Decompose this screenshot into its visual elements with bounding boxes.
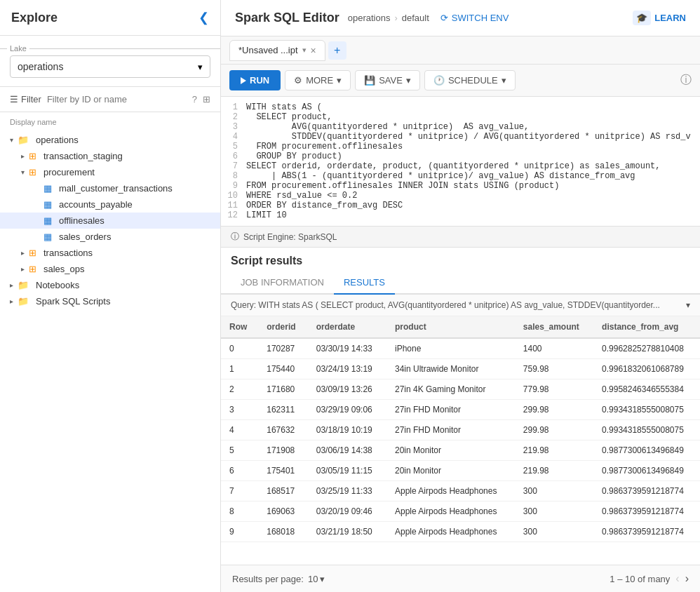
more-chevron-icon: ▾ xyxy=(337,75,342,86)
line-number: 3 xyxy=(221,122,246,132)
col-header-product: product xyxy=(386,316,515,338)
line-number: 7 xyxy=(221,161,246,171)
sidebar-item-transaction_staging[interactable]: ▸⊞transaction_staging xyxy=(0,148,220,164)
sql-editor[interactable]: 1WITH stats AS (2 SELECT product,3 AVG(q… xyxy=(221,97,700,227)
query-dropdown-icon[interactable]: ▾ xyxy=(686,300,690,310)
filter-input[interactable] xyxy=(47,94,187,105)
database-icon: ⊞ xyxy=(29,151,36,161)
lake-dropdown[interactable]: operations ▾ xyxy=(10,55,210,78)
next-page-button[interactable]: › xyxy=(685,572,689,585)
table-cell: 219.98 xyxy=(515,440,593,461)
tab-job-information[interactable]: JOB INFORMATION xyxy=(231,271,334,295)
table-cell: 171680 xyxy=(258,379,307,400)
table-cell: 779.98 xyxy=(515,379,593,400)
learn-button[interactable]: 🎓 LEARN xyxy=(633,11,686,25)
line-code: ORDER BY distance_from_avg DESC xyxy=(246,201,403,210)
sidebar-title: Explore xyxy=(11,11,58,25)
filter-bar: ☰ Filter ? ⊞ xyxy=(0,87,220,112)
close-tab-icon[interactable]: × xyxy=(311,45,316,56)
table-cell: 27in FHD Monitor xyxy=(386,420,515,440)
add-tab-button[interactable]: + xyxy=(328,41,346,60)
prev-page-button[interactable]: ‹ xyxy=(675,572,679,585)
clock-icon: 🕐 xyxy=(433,75,445,86)
table-cell: 167632 xyxy=(258,420,307,440)
line-code: WITH stats AS ( xyxy=(246,102,322,112)
editor-tab-unsaved[interactable]: *Unsaved ...ipt ▾ × xyxy=(229,40,325,61)
table-cell: 0.9863739591218774 xyxy=(593,522,700,542)
gear-icon: ⚙ xyxy=(294,75,302,86)
schedule-button[interactable]: 🕐 SCHEDULE ▾ xyxy=(424,70,516,90)
table-cell: 03/05/19 11:15 xyxy=(308,461,386,481)
table-cell: 03/30/19 14:33 xyxy=(308,338,386,359)
line-number: 10 xyxy=(221,191,246,201)
table-cell: 175440 xyxy=(258,359,307,379)
tree-item-label: offlinesales xyxy=(59,215,105,226)
sidebar-item-spark_sql_scripts[interactable]: ▸📁Spark SQL Scripts xyxy=(0,293,220,309)
table-cell: 20in Monitor xyxy=(386,440,515,461)
save-icon: 💾 xyxy=(364,75,375,86)
filter-label: ☰ Filter xyxy=(10,94,41,105)
lake-label: Lake xyxy=(10,44,210,53)
table-cell: 299.98 xyxy=(515,400,593,420)
expand-icon: ▸ xyxy=(21,152,25,160)
line-code: AVG(quantityordered * unitprice) AS avg_… xyxy=(246,122,529,132)
sidebar-item-notebooks[interactable]: ▸📁Notebooks xyxy=(0,277,220,293)
info-small-icon: ⓘ xyxy=(231,231,239,243)
tree-item-label: operations xyxy=(36,135,79,145)
play-icon xyxy=(241,77,246,84)
table-cell: 5 xyxy=(221,440,258,461)
sidebar-item-accounts_payable[interactable]: ▦accounts_payable xyxy=(0,196,220,213)
sidebar-item-operations[interactable]: ▾📁operations xyxy=(0,132,220,148)
sidebar-item-procurement[interactable]: ▾⊞procurement xyxy=(0,164,220,180)
run-button[interactable]: RUN xyxy=(229,70,281,90)
expand-icon: ▾ xyxy=(10,136,13,144)
code-line-11: 11ORDER BY distance_from_avg DESC xyxy=(221,201,700,210)
more-button[interactable]: ⚙ MORE ▾ xyxy=(285,70,351,90)
sidebar-item-sales_orders[interactable]: ▦sales_orders xyxy=(0,229,220,245)
lake-section: Lake operations ▾ xyxy=(0,36,220,87)
line-number: 1 xyxy=(221,102,246,112)
table-row: 716851703/25/19 11:33Apple Airpods Headp… xyxy=(221,481,700,502)
display-name-label: Display name xyxy=(0,112,220,129)
table-cell: 0 xyxy=(221,338,258,359)
sidebar-item-transactions[interactable]: ▸⊞transactions xyxy=(0,245,220,261)
results-footer: Results per page: 10 ▾ 1 – 10 of many ‹ … xyxy=(221,565,700,592)
line-number: 8 xyxy=(221,171,246,181)
line-number: 2 xyxy=(221,112,246,122)
line-code: FROM procurement.offlinesales xyxy=(246,142,403,152)
table-cell: 34in Ultrawide Monitor xyxy=(386,359,515,379)
code-line-10: 10WHERE rsd_value <= 0.2 xyxy=(221,191,700,201)
save-button[interactable]: 💾 SAVE ▾ xyxy=(355,70,420,90)
table-cell: 0.9863739591218774 xyxy=(593,481,700,502)
folder-icon: 📁 xyxy=(18,280,29,290)
sidebar-item-mall_customer_transactions[interactable]: ▦mall_customer_transactions xyxy=(0,180,220,196)
table-cell: 27in FHD Monitor xyxy=(386,400,515,420)
tabbar: *Unsaved ...ipt ▾ × + xyxy=(221,36,700,65)
results-area: Script results JOB INFORMATION RESULTS Q… xyxy=(221,248,700,592)
code-line-6: 6 GROUP BY product) xyxy=(221,152,700,161)
switch-env-button[interactable]: ⟳ SWITCH ENV xyxy=(440,13,509,23)
info-icon[interactable]: ⓘ xyxy=(680,73,692,88)
table-cell: 6 xyxy=(221,461,258,481)
line-code: LIMIT 10 xyxy=(246,210,287,220)
per-page-select[interactable]: 10 ▾ xyxy=(308,574,325,584)
table-row: 416763203/18/19 10:1927in FHD Monitor299… xyxy=(221,420,700,440)
tab-results[interactable]: RESULTS xyxy=(334,271,395,295)
collapse-button[interactable]: ❮ xyxy=(198,10,209,25)
code-line-2: 2 SELECT product, xyxy=(221,112,700,122)
code-line-9: 9FROM procurement.offlinesales INNER JOI… xyxy=(221,181,700,191)
expand-icon: ▸ xyxy=(21,249,25,257)
line-code: | ABS(1 - (quantityordered * unitprice)/… xyxy=(246,171,635,181)
table-cell: 0.9877300613496849 xyxy=(593,461,700,481)
table-cell: 299.98 xyxy=(515,420,593,440)
database-icon: ⊞ xyxy=(29,248,36,258)
sidebar-item-offlinesales[interactable]: ▦offlinesales xyxy=(0,213,220,229)
per-page-label: Results per page: xyxy=(232,574,304,584)
table-cell: 0.9958246346555384 xyxy=(593,379,700,400)
pagination: 1 – 10 of many ‹ › xyxy=(610,572,689,585)
tree-item-label: transactions xyxy=(43,248,93,258)
dropdown-arrow-icon: ▾ xyxy=(302,46,307,55)
results-table: Roworderidorderdateproductsales_amountdi… xyxy=(221,316,700,542)
topbar: Spark SQL Editor operations › default ⟳ … xyxy=(221,0,700,36)
sidebar-item-sales_ops[interactable]: ▸⊞sales_ops xyxy=(0,261,220,277)
